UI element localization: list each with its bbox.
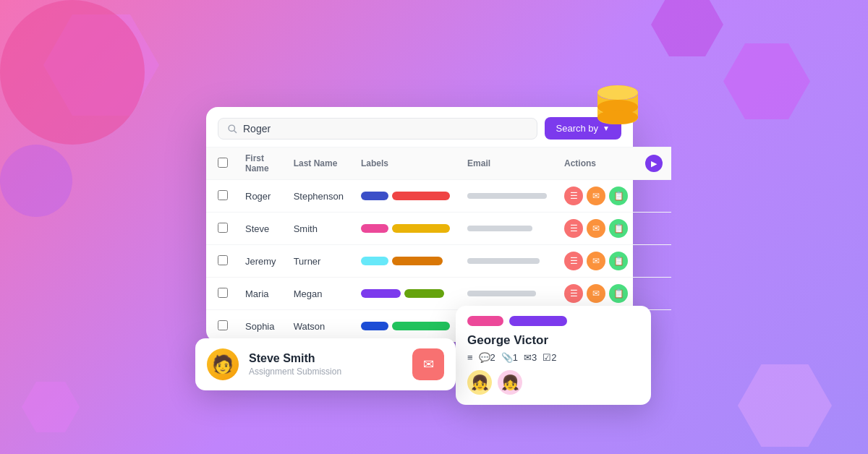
- col-labels: Labels: [352, 147, 459, 180]
- cell-first-name: Roger: [237, 180, 285, 213]
- george-avatars: 👧 👧: [467, 370, 639, 395]
- hex-shape-1: [43, 14, 159, 116]
- row-checkbox-cell: [206, 310, 237, 343]
- table-row: MariaMegan☰✉📋: [206, 278, 671, 310]
- table-row: SteveSmith☰✉📋: [206, 213, 671, 245]
- action-calendar-btn[interactable]: 📋: [609, 187, 628, 205]
- email-placeholder-bar: [467, 258, 540, 264]
- action-menu-btn[interactable]: ☰: [564, 219, 583, 238]
- cell-last-name: Watson: [285, 310, 352, 343]
- next-arrow-button[interactable]: ▶: [645, 155, 663, 172]
- email-placeholder-bar: [467, 226, 532, 231]
- cell-labels: [352, 245, 459, 278]
- george-name: George Victor: [467, 333, 639, 348]
- search-input[interactable]: [243, 123, 528, 134]
- table-row: RogerStephenson☰✉📋: [206, 180, 671, 213]
- action-mail-btn[interactable]: ✉: [587, 187, 605, 205]
- cell-actions: ☰✉📋: [556, 245, 637, 278]
- search-input-wrapper: [218, 118, 537, 140]
- search-icon: [227, 124, 237, 134]
- cell-first-name: Maria: [237, 278, 285, 310]
- george-tag-2: [509, 316, 567, 326]
- row-checkbox-cell: [206, 213, 237, 245]
- row-checkbox-0[interactable]: [218, 190, 228, 200]
- email-placeholder-bar: [467, 291, 536, 296]
- cell-labels: [352, 180, 459, 213]
- hex-shape-3: [651, 0, 723, 56]
- select-all-checkbox[interactable]: [218, 158, 228, 168]
- label-pill-0: [361, 224, 388, 233]
- row-checkbox-1[interactable]: [218, 223, 228, 233]
- cell-last-name: Turner: [285, 245, 352, 278]
- stat-chat: 💬2: [479, 352, 495, 363]
- cell-actions: ☰✉📋: [556, 180, 637, 213]
- row-checkbox-3[interactable]: [218, 288, 228, 298]
- label-pill-1: [392, 192, 450, 200]
- stat-attach: 📎1: [501, 352, 518, 363]
- cell-actions: ☰✉📋: [556, 213, 637, 245]
- cell-empty: [637, 278, 671, 310]
- george-avatar-2: 👧: [498, 370, 522, 395]
- george-victor-card: George Victor ≡ 💬2 📎1 ✉3 ☑2 👧 👧: [456, 306, 651, 405]
- george-stats: ≡ 💬2 📎1 ✉3 ☑2: [467, 352, 639, 363]
- email-placeholder-bar: [467, 193, 547, 199]
- action-mail-btn[interactable]: ✉: [587, 219, 605, 238]
- hex-shape-5: [738, 364, 832, 447]
- col-arrow: ▶: [637, 147, 671, 180]
- action-menu-btn[interactable]: ☰: [564, 252, 583, 270]
- steve-avatar: 🧑: [207, 348, 239, 380]
- label-pill-0: [361, 322, 388, 330]
- hex-shape-2: [723, 43, 810, 119]
- action-mail-btn[interactable]: ✉: [587, 284, 605, 303]
- steve-name: Steve Smith: [249, 352, 402, 365]
- label-pill-1: [392, 322, 450, 330]
- cell-last-name: Stephenson: [285, 180, 352, 213]
- col-email: Email: [459, 147, 556, 180]
- cell-email: [459, 278, 556, 310]
- table-row: JeremyTurner☰✉📋: [206, 245, 671, 278]
- stat-check: ☑2: [542, 352, 556, 363]
- circle-shape-1: [0, 0, 145, 145]
- steve-mail-button[interactable]: ✉: [412, 348, 444, 380]
- cell-first-name: Jeremy: [237, 245, 285, 278]
- col-actions: Actions: [556, 147, 637, 180]
- george-tag-1: [467, 316, 503, 326]
- row-checkbox-2[interactable]: [218, 255, 228, 265]
- search-bar: Search by ▼: [206, 107, 633, 147]
- label-pill-1: [404, 289, 444, 298]
- cell-empty: [637, 180, 671, 213]
- stat-menu: ≡: [467, 352, 473, 363]
- label-pill-0: [361, 289, 401, 298]
- col-first-name: First Name: [237, 147, 285, 180]
- svg-point-2: [597, 110, 638, 124]
- label-pill-1: [392, 224, 450, 233]
- search-by-label: Search by: [556, 123, 599, 134]
- cell-labels: [352, 310, 459, 343]
- steve-subtitle: Assignment Submission: [249, 367, 402, 377]
- svg-line-5: [234, 130, 236, 132]
- cell-first-name: Sophia: [237, 310, 285, 343]
- cell-first-name: Steve: [237, 213, 285, 245]
- cell-labels: [352, 278, 459, 310]
- action-calendar-btn[interactable]: 📋: [609, 252, 628, 270]
- action-calendar-btn[interactable]: 📋: [609, 284, 628, 303]
- row-checkbox-cell: [206, 245, 237, 278]
- hex-shape-4: [22, 382, 80, 432]
- action-calendar-btn[interactable]: 📋: [609, 219, 628, 238]
- label-pill-1: [392, 257, 443, 265]
- action-menu-btn[interactable]: ☰: [564, 284, 583, 303]
- cell-email: [459, 245, 556, 278]
- george-avatar-1: 👧: [467, 370, 492, 395]
- steve-info: Steve Smith Assignment Submission: [249, 352, 402, 377]
- cell-last-name: Megan: [285, 278, 352, 310]
- cell-empty: [637, 245, 671, 278]
- action-mail-btn[interactable]: ✉: [587, 252, 605, 270]
- row-checkbox-4[interactable]: [218, 320, 228, 330]
- action-menu-btn[interactable]: ☰: [564, 187, 583, 205]
- cell-empty: [637, 213, 671, 245]
- col-last-name: Last Name: [285, 147, 352, 180]
- circle-shape-2: [0, 145, 72, 217]
- label-pill-0: [361, 192, 388, 200]
- cell-labels: [352, 213, 459, 245]
- cell-last-name: Smith: [285, 213, 352, 245]
